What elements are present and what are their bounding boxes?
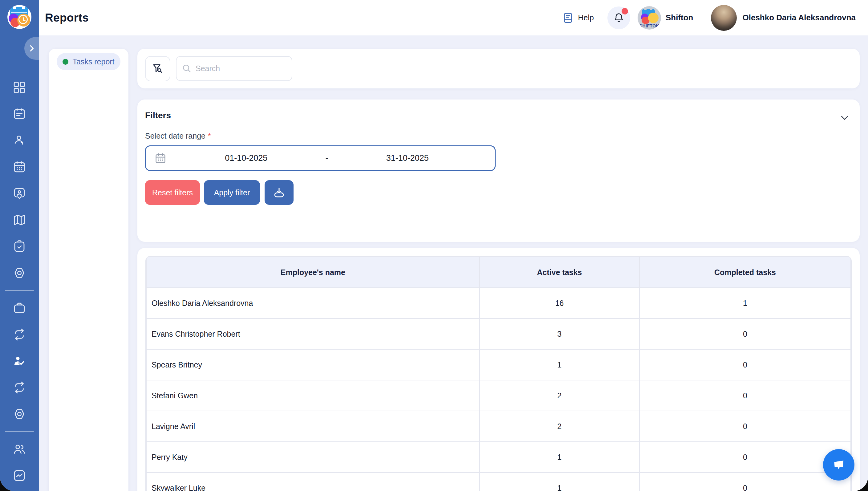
user-avatar: [711, 5, 737, 31]
apply-filter-button[interactable]: Apply filter: [204, 180, 260, 205]
sidebar-item-schedule[interactable]: [10, 105, 29, 123]
calendar-icon: [154, 152, 167, 165]
help-label: Help: [578, 13, 594, 22]
employee-name-cell: Stefani Gwen: [146, 380, 480, 411]
sidebar-item-modules[interactable]: [10, 264, 29, 282]
active-tasks-cell: 2: [480, 380, 639, 411]
chat-launcher-button[interactable]: [823, 449, 855, 481]
report-table: Employee's name Active tasks Completed t…: [146, 257, 851, 491]
sidebar-item-automations[interactable]: [10, 378, 29, 397]
repeat-arrows-icon: [12, 380, 27, 395]
search-input[interactable]: [176, 56, 292, 81]
active-tasks-cell: 2: [480, 411, 639, 442]
completed-tasks-cell: 0: [639, 411, 851, 442]
filters-heading: Filters: [145, 111, 850, 120]
main-area: Tasks report Filters Select date range*: [39, 35, 868, 491]
active-tasks-cell: 1: [480, 442, 639, 472]
calendar-icon: [12, 160, 27, 174]
column-header-employee-name: Employee's name: [146, 257, 480, 288]
active-tasks-cell: 1: [480, 349, 639, 380]
repeat-arrows-icon: [12, 327, 27, 342]
sidebar-item-rotations[interactable]: [10, 325, 29, 344]
tasks-report-tab[interactable]: Tasks report: [57, 53, 120, 70]
active-tasks-cell: 1: [480, 472, 639, 491]
employee-name-cell: Oleshko Daria Aleksandrovna: [146, 288, 480, 318]
clipboard-check-icon: [12, 239, 27, 254]
date-range-input[interactable]: 01-10-2025 - 31-10-2025: [145, 145, 496, 171]
report-table-wrapper: Employee's name Active tasks Completed t…: [145, 256, 852, 491]
top-header: Reports Help SHIFTON Shifton: [39, 0, 868, 35]
schedule-board-icon: [12, 107, 27, 121]
active-report-dot: [62, 59, 68, 65]
sidebar-item-dashboard[interactable]: [10, 78, 29, 97]
filter-search-button[interactable]: [145, 56, 170, 81]
search-box: [176, 56, 292, 81]
content-column: Filters Select date range* 01-10-2025 - …: [137, 49, 860, 491]
download-report-button[interactable]: [265, 180, 293, 205]
organization-name: Shifton: [666, 13, 693, 23]
dashboard-grid-icon: [12, 80, 27, 94]
help-book-icon: [562, 12, 574, 24]
table-row[interactable]: Evans Christopher Robert 3 0: [146, 318, 851, 349]
person-check-filled-icon: [12, 354, 27, 368]
employee-name-cell: Skywalker Luke: [146, 472, 480, 491]
date-start-value[interactable]: 01-10-2025: [167, 153, 325, 163]
search-icon: [181, 62, 193, 74]
organization-logo: SHIFTON: [638, 6, 661, 30]
employee-name-cell: Spears Britney: [146, 349, 480, 380]
user-name: Oleshko Daria Aleksandrovna: [742, 13, 856, 23]
completed-tasks-cell: 1: [639, 288, 851, 318]
hexagon-nut-icon: [12, 266, 27, 280]
page-title: Reports: [45, 11, 89, 24]
sidebar-item-reports[interactable]: [10, 352, 29, 370]
sidebar-item-projects[interactable]: [10, 299, 29, 317]
completed-tasks-cell: 0: [639, 349, 851, 380]
employee-name-cell: Lavigne Avril: [146, 411, 480, 442]
reset-filters-button[interactable]: Reset filters: [145, 180, 200, 205]
table-row[interactable]: Spears Britney 1 0: [146, 349, 851, 380]
sidebar-item-shift-exchange[interactable]: [10, 131, 29, 150]
employee-badge-icon: [12, 186, 27, 201]
map-icon: [12, 213, 27, 227]
header-actions: Help SHIFTON Shifton Oleshko Daria Aleks…: [562, 5, 868, 31]
completed-tasks-cell: 0: [639, 318, 851, 349]
sidebar-divider: [5, 431, 34, 432]
organization-menu[interactable]: SHIFTON Shifton: [638, 6, 693, 30]
sidebar-divider: [5, 290, 34, 291]
user-menu[interactable]: Oleshko Daria Aleksandrovna: [711, 5, 856, 31]
sidebar-item-users[interactable]: [10, 440, 29, 458]
sidebar-nav: [0, 0, 39, 485]
collapse-chevron-down-icon[interactable]: [839, 112, 850, 123]
employee-name-cell: Evans Christopher Robert: [146, 318, 480, 349]
column-header-active-tasks: Active tasks: [480, 257, 639, 288]
table-row[interactable]: Oleshko Daria Aleksandrovna 16 1: [146, 288, 851, 318]
table-row[interactable]: Skywalker Luke 1 0: [146, 472, 851, 491]
report-table-card: Employee's name Active tasks Completed t…: [137, 248, 860, 491]
table-row[interactable]: Perry Katy 1 0: [146, 442, 851, 472]
sidebar-item-settings[interactable]: [10, 405, 29, 423]
required-asterisk: *: [208, 132, 211, 140]
funnel-search-icon: [151, 62, 164, 75]
sidebar: [0, 0, 39, 491]
employee-name-cell: Perry Katy: [146, 442, 480, 472]
notifications-button[interactable]: [607, 6, 630, 29]
sidebar-item-calendar[interactable]: [10, 158, 29, 176]
date-range-label: Select date range*: [145, 132, 850, 141]
sidebar-item-analytics[interactable]: [10, 466, 29, 485]
date-end-value[interactable]: 31-10-2025: [328, 153, 487, 163]
tasks-report-label: Tasks report: [73, 57, 114, 66]
active-tasks-cell: 16: [480, 288, 639, 318]
table-row[interactable]: Stefani Gwen 2 0: [146, 380, 851, 411]
help-button[interactable]: Help: [562, 12, 594, 24]
completed-tasks-cell: 0: [639, 380, 851, 411]
sidebar-item-employees[interactable]: [10, 184, 29, 203]
sidebar-item-locations[interactable]: [10, 211, 29, 229]
briefcase-icon: [12, 301, 27, 315]
sidebar-item-tasks[interactable]: [10, 237, 29, 256]
filters-panel: Filters Select date range* 01-10-2025 - …: [137, 99, 860, 242]
table-header-row: Employee's name Active tasks Completed t…: [146, 257, 851, 288]
column-header-completed-tasks: Completed tasks: [639, 257, 851, 288]
header-divider: [702, 11, 702, 25]
table-row[interactable]: Lavigne Avril 2 0: [146, 411, 851, 442]
chat-bubble-icon: [830, 456, 848, 474]
